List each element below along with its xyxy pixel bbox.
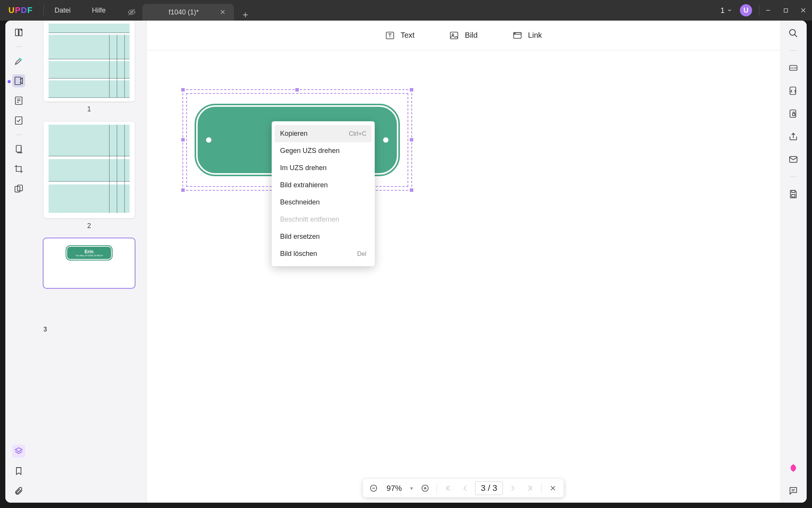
- zoom-in-button[interactable]: [418, 481, 432, 495]
- convert-icon[interactable]: [787, 84, 800, 97]
- resize-handle[interactable]: [410, 138, 413, 141]
- status-dot-icon: [8, 80, 11, 83]
- svg-rect-30: [48, 125, 129, 156]
- add-image-button[interactable]: Bild: [449, 30, 477, 41]
- svg-rect-21: [48, 80, 129, 98]
- window-count[interactable]: 1: [720, 6, 732, 15]
- resize-handle[interactable]: [181, 88, 185, 92]
- add-text-button[interactable]: Text: [385, 30, 415, 41]
- thumbnail-page-1[interactable]: [44, 21, 135, 101]
- zoom-page-bar: 97% ▾ 3 / 3: [363, 479, 564, 497]
- close-button[interactable]: [794, 0, 812, 21]
- page-current: 3: [481, 483, 485, 493]
- compare-tool-icon[interactable]: [12, 182, 25, 195]
- svg-rect-19: [48, 35, 129, 59]
- svg-rect-12: [15, 117, 22, 124]
- document-tab[interactable]: f1040 (1)* ✕: [142, 4, 234, 21]
- thumbnail-number: 3: [44, 326, 135, 333]
- reader-mode-icon[interactable]: [12, 26, 25, 39]
- chevron-down-icon: [727, 8, 732, 13]
- resize-handle[interactable]: [410, 88, 413, 92]
- svg-text:OCR: OCR: [790, 66, 797, 70]
- ctx-label: Gegen UZS drehen: [280, 147, 340, 155]
- add-link-button[interactable]: Link: [512, 30, 542, 41]
- zoom-out-button[interactable]: [367, 481, 380, 495]
- badge-hole-icon: [383, 137, 388, 143]
- image-icon: [449, 30, 459, 41]
- email-icon[interactable]: [787, 153, 800, 166]
- svg-rect-31: [48, 159, 129, 182]
- page-view[interactable]: Tue Ma Kopieren Ctrl+C Gegen UZS drehen: [147, 50, 780, 503]
- rail-separator: [15, 135, 22, 135]
- tab-close-button[interactable]: ✕: [218, 8, 227, 16]
- separator: [437, 483, 437, 494]
- page-organize-icon[interactable]: [12, 94, 25, 107]
- ctx-crop[interactable]: Beschneiden: [275, 194, 372, 211]
- resize-handle[interactable]: [410, 188, 413, 192]
- ctx-rotate-cw[interactable]: Im UZS drehen: [275, 159, 372, 177]
- zoom-dropdown[interactable]: ▾: [408, 485, 415, 491]
- first-page-button[interactable]: [441, 481, 455, 495]
- rail-separator: [790, 50, 797, 51]
- highlighter-tool-icon[interactable]: [12, 55, 25, 68]
- ctx-label: Im UZS drehen: [280, 164, 327, 172]
- ctx-copy[interactable]: Kopieren Ctrl+C: [275, 125, 372, 142]
- page-indicator[interactable]: 3 / 3: [475, 481, 503, 495]
- minimize-button[interactable]: [759, 0, 777, 21]
- new-tab-button[interactable]: ＋: [241, 8, 250, 21]
- separator: [541, 483, 541, 494]
- zoom-value: 97%: [383, 484, 405, 493]
- toolbar-label: Bild: [465, 31, 477, 40]
- protect-icon[interactable]: [787, 107, 800, 120]
- search-icon[interactable]: [787, 27, 800, 40]
- next-page-button[interactable]: [506, 481, 520, 495]
- privacy-toggle-icon[interactable]: [123, 4, 140, 21]
- bookmark-icon[interactable]: [12, 465, 25, 477]
- toolbar-label: Link: [528, 31, 542, 40]
- attachment-icon[interactable]: [12, 484, 25, 497]
- menu-help[interactable]: Hilfe: [81, 6, 116, 14]
- svg-point-38: [789, 29, 795, 35]
- menu-file[interactable]: Datei: [44, 6, 81, 14]
- document-tab-title: f1040 (1)*: [149, 8, 218, 16]
- page-manage-icon[interactable]: [12, 143, 25, 156]
- save-icon[interactable]: [787, 188, 800, 201]
- resize-handle[interactable]: [181, 138, 185, 141]
- resize-handle[interactable]: [295, 88, 299, 92]
- toolbar-label: Text: [401, 31, 415, 40]
- resize-handle[interactable]: [181, 188, 185, 192]
- badge-hole-icon: [206, 137, 211, 143]
- ocr-icon[interactable]: OCR: [787, 61, 800, 74]
- share-icon[interactable]: [787, 130, 800, 143]
- svg-rect-47: [792, 190, 795, 192]
- center-editor: Text Bild Link: [147, 21, 780, 503]
- user-avatar[interactable]: U: [740, 4, 752, 16]
- thumbnail-number: 2: [44, 218, 135, 238]
- crop-tool-icon[interactable]: [12, 162, 25, 175]
- titlebar: UPDF Datei Hilfe f1040 (1)* ✕ ＋ 1 U: [0, 0, 812, 21]
- ai-assistant-icon[interactable]: [787, 461, 800, 474]
- ctx-remove-crop: Beschnitt entfernen: [275, 211, 372, 228]
- edit-tool-icon[interactable]: [12, 74, 25, 87]
- layers-icon[interactable]: [12, 445, 25, 458]
- ctx-label: Bild ersetzen: [280, 233, 320, 241]
- ctx-rotate-ccw[interactable]: Gegen UZS drehen: [275, 142, 372, 159]
- close-bar-button[interactable]: [546, 481, 560, 495]
- maximize-button[interactable]: [777, 0, 794, 21]
- app-logo: UPDF: [0, 5, 44, 15]
- prev-page-button[interactable]: [458, 481, 472, 495]
- thumbnail-page-2[interactable]: [44, 122, 135, 218]
- svg-line-39: [794, 34, 797, 37]
- ctx-delete-image[interactable]: Bild löschen Del: [275, 245, 372, 262]
- last-page-button[interactable]: [523, 481, 536, 495]
- thumbnail-page-3[interactable]: Erin Tue May 14 2023 19:58:24: [44, 238, 135, 288]
- canvas[interactable]: Tue Ma Kopieren Ctrl+C Gegen UZS drehen: [147, 50, 780, 503]
- comment-icon[interactable]: [787, 484, 800, 497]
- ctx-extract-image[interactable]: Bild extrahieren: [275, 177, 372, 194]
- form-tool-icon[interactable]: [12, 114, 25, 127]
- svg-rect-18: [48, 24, 129, 33]
- ctx-label: Beschnitt entfernen: [280, 215, 339, 223]
- ctx-replace-image[interactable]: Bild ersetzen: [275, 228, 372, 245]
- svg-rect-13: [16, 145, 21, 152]
- page-sep: /: [488, 483, 490, 493]
